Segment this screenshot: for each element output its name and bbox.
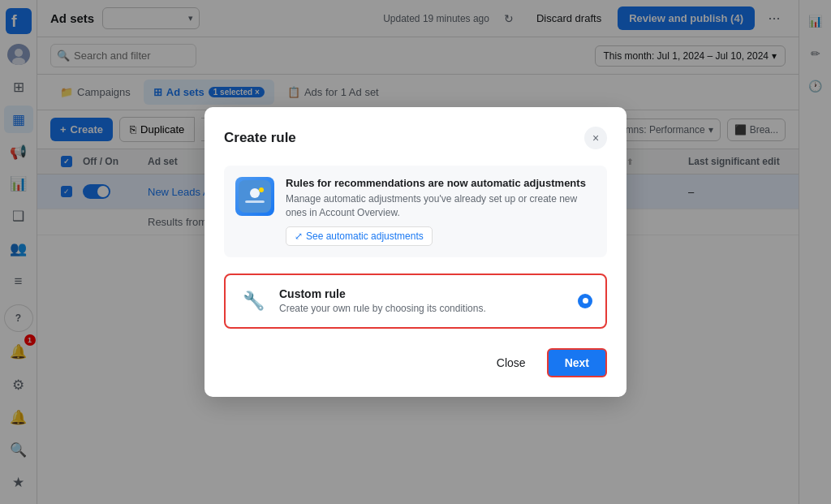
see-adjustments-link[interactable]: ⤢ See automatic adjustments xyxy=(286,226,433,246)
svg-point-6 xyxy=(250,188,260,198)
custom-rule-content: Custom rule Create your own rule by choo… xyxy=(279,287,566,314)
custom-rule-title: Custom rule xyxy=(279,287,566,300)
wrench-icon: 🔧 xyxy=(239,286,268,316)
modal-header: Create rule × xyxy=(224,127,607,149)
custom-rule-description: Create your own rule by choosing its con… xyxy=(279,303,566,314)
custom-rule-section[interactable]: 🔧 Custom rule Create your own rule by ch… xyxy=(224,274,607,329)
modal-footer: Close Next xyxy=(224,348,607,377)
modal-overlay: Create rule × Rules for recommendations … xyxy=(0,0,831,504)
recommendations-icon xyxy=(235,177,274,216)
next-button[interactable]: Next xyxy=(547,348,607,377)
recommendations-section: Rules for recommendations are now automa… xyxy=(224,166,607,257)
modal-title: Create rule xyxy=(224,130,296,146)
rec-description: Manage automatic adjustments you've alre… xyxy=(286,192,596,220)
recommendations-content: Rules for recommendations are now automa… xyxy=(286,177,596,246)
create-rule-modal: Create rule × Rules for recommendations … xyxy=(205,107,626,397)
modal-close-button[interactable]: × xyxy=(584,127,607,149)
link-label: See automatic adjustments xyxy=(306,230,424,242)
link-icon: ⤢ xyxy=(295,230,303,242)
svg-rect-7 xyxy=(245,200,265,203)
svg-point-8 xyxy=(259,187,264,192)
close-modal-button[interactable]: Close xyxy=(484,350,539,376)
rec-title: Rules for recommendations are now automa… xyxy=(286,177,596,189)
custom-rule-radio[interactable] xyxy=(578,294,592,308)
